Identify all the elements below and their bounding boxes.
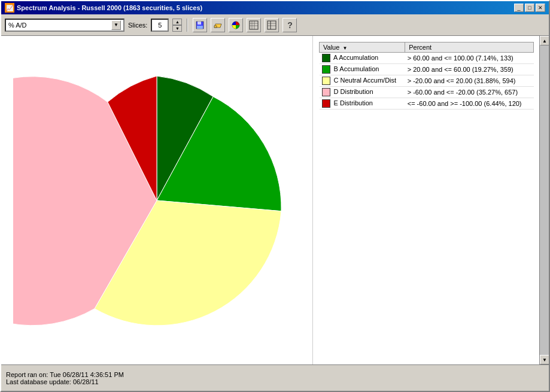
- scroll-up-button[interactable]: ▲: [540, 36, 549, 45]
- chart-area: [1, 36, 312, 364]
- legend-value: > 60.00 and <= 100.00 (7.14%, 133): [408, 54, 513, 62]
- legend-value: > 20.00 and <= 60.00 (19.27%, 359): [408, 66, 513, 73]
- legend-label: C Neutral Accum/Dist: [334, 77, 397, 84]
- legend-value: > -20.00 and <= 20.00 (31.88%, 594): [408, 77, 516, 84]
- chart-button[interactable]: [229, 18, 243, 32]
- legend-row: B Accumulation > 20.00 and <= 60.00 (19.…: [320, 64, 534, 75]
- legend-color-swatch: [322, 65, 330, 74]
- slices-down-button[interactable]: ▼: [172, 25, 182, 32]
- legend-value-cell: > -60.00 and <= -20.00 (35.27%, 657): [405, 87, 534, 98]
- svg-rect-11: [268, 21, 276, 29]
- title-buttons: _ □ ✕: [514, 4, 545, 12]
- window-title: Spectrum Analysis - Russell 2000 (1863 s…: [17, 4, 202, 11]
- maximize-button[interactable]: □: [525, 4, 534, 12]
- content-wrapper: Value ▼ Percent A Accumulation > 60.00 a…: [1, 36, 549, 364]
- legend-value-cell: > -20.00 and <= 20.00 (31.88%, 594): [405, 75, 534, 87]
- legend-color-swatch: [322, 99, 330, 108]
- legend-label-cell: A Accumulation: [320, 53, 405, 64]
- list-icon: [267, 20, 276, 30]
- legend-label-cell: E Distribution: [320, 98, 405, 110]
- save-button[interactable]: [193, 18, 207, 32]
- help-icon: ?: [287, 20, 293, 30]
- svg-rect-1: [197, 22, 201, 25]
- legend-label-cell: D Distribution: [320, 87, 405, 98]
- title-bar-left: 📈 Spectrum Analysis - Russell 2000 (1863…: [5, 3, 202, 13]
- legend-body: A Accumulation > 60.00 and <= 100.00 (7.…: [320, 53, 534, 110]
- legend-value-cell: <= -60.00 and >= -100.00 (6.44%, 120): [405, 98, 534, 110]
- main-content: Value ▼ Percent A Accumulation > 60.00 a…: [1, 36, 539, 364]
- slices-spinner: ▲ ▼: [172, 19, 182, 32]
- percent-header: Percent: [405, 42, 534, 53]
- toolbar-separator: [187, 19, 188, 32]
- dropdown-arrow-icon[interactable]: ▼: [111, 20, 121, 30]
- legend-color-swatch: [322, 88, 330, 96]
- status-bar: Report ran on: Tue 06/28/11 4:36:51 PM L…: [1, 364, 549, 391]
- toolbar: % A/D ▼ Slices: ▲ ▼: [1, 14, 549, 36]
- legend-value-cell: > 20.00 and <= 60.00 (19.27%, 359): [405, 64, 534, 75]
- pie-svg: [13, 57, 300, 344]
- legend-area: Value ▼ Percent A Accumulation > 60.00 a…: [312, 36, 539, 364]
- main-window: 📈 Spectrum Analysis - Russell 2000 (1863…: [0, 0, 550, 392]
- grid-icon: [249, 20, 259, 30]
- legend-color-swatch: [322, 77, 330, 85]
- slices-up-button[interactable]: ▲: [172, 19, 182, 25]
- close-button[interactable]: ✕: [536, 4, 545, 12]
- legend-label: E Distribution: [334, 99, 373, 107]
- legend-label: B Accumulation: [334, 65, 379, 72]
- legend-label-cell: C Neutral Accum/Dist: [320, 75, 405, 87]
- list-button[interactable]: [265, 18, 279, 32]
- save-icon: [195, 20, 205, 30]
- value-header: Value ▼: [320, 42, 405, 53]
- dropdown-value: % A/D: [8, 22, 27, 29]
- legend-label: A Accumulation: [333, 54, 378, 61]
- legend-value: > -60.00 and <= -20.00 (35.27%, 657): [408, 89, 518, 96]
- indicator-dropdown[interactable]: % A/D ▼: [5, 19, 124, 32]
- minimize-button[interactable]: _: [514, 4, 524, 12]
- open-icon: [213, 20, 223, 30]
- legend-row: D Distribution > -60.00 and <= -20.00 (3…: [320, 87, 534, 98]
- legend-value-cell: > 60.00 and <= 100.00 (7.14%, 133): [405, 53, 534, 64]
- legend-row: A Accumulation > 60.00 and <= 100.00 (7.…: [320, 53, 534, 64]
- sort-icon: ▼: [342, 45, 347, 51]
- scroll-track[interactable]: [540, 45, 549, 355]
- scroll-down-button[interactable]: ▼: [540, 355, 549, 364]
- legend-label: D Distribution: [334, 88, 373, 95]
- pie-chart: [13, 57, 300, 344]
- title-bar: 📈 Spectrum Analysis - Russell 2000 (1863…: [1, 1, 549, 14]
- legend-row: C Neutral Accum/Dist > -20.00 and <= 20.…: [320, 75, 534, 87]
- svg-rect-2: [197, 26, 203, 29]
- legend-row: E Distribution <= -60.00 and >= -100.00 …: [320, 98, 534, 110]
- last-update-text: Last database update: 06/28/11: [6, 378, 544, 385]
- legend-value: <= -60.00 and >= -100.00 (6.44%, 120): [408, 100, 522, 107]
- slices-input[interactable]: [151, 19, 169, 32]
- svg-rect-4: [214, 26, 217, 28]
- app-icon: 📈: [5, 3, 14, 13]
- legend-color-swatch: [322, 54, 330, 62]
- legend-table: Value ▼ Percent A Accumulation > 60.00 a…: [319, 42, 534, 110]
- slices-label: Slices:: [128, 22, 147, 29]
- help-button[interactable]: ?: [282, 18, 297, 32]
- legend-label-cell: B Accumulation: [320, 64, 405, 75]
- report-ran-text: Report ran on: Tue 06/28/11 4:36:51 PM: [6, 371, 544, 378]
- grid-button[interactable]: [247, 18, 261, 32]
- svg-rect-6: [250, 21, 258, 29]
- chart-icon: [231, 20, 241, 30]
- open-button[interactable]: [211, 18, 225, 32]
- scrollbar: ▲ ▼: [539, 36, 549, 364]
